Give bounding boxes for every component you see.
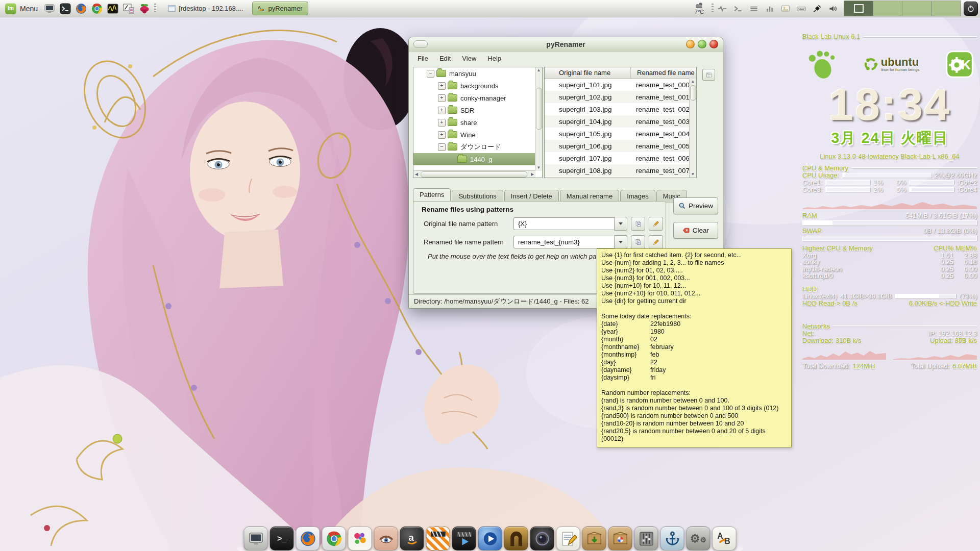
table-row[interactable]: supergirl_102.jpgrename_test_001 bbox=[545, 91, 690, 103]
package-updater-dock-icon[interactable] bbox=[608, 527, 632, 550]
table-row[interactable]: supergirl_104.jpgrename_test_003 bbox=[545, 115, 690, 128]
chrome-dock-icon[interactable] bbox=[322, 527, 346, 550]
computer-dock-icon[interactable] bbox=[244, 527, 268, 550]
volume-tray-icon[interactable] bbox=[827, 3, 839, 14]
renamed-name-cell: rename_test_000 bbox=[630, 81, 690, 89]
expander-icon[interactable]: + bbox=[438, 131, 446, 139]
renamed-pattern-copy-button[interactable] bbox=[631, 235, 645, 249]
minimize-button[interactable] bbox=[686, 40, 695, 48]
table-row[interactable]: supergirl_105.jpgrename_test_004 bbox=[545, 128, 690, 140]
heartbeat-tray-icon[interactable] bbox=[717, 3, 728, 14]
equalizer-bars-tray-icon[interactable] bbox=[764, 3, 775, 14]
tooltip-date-value: february bbox=[650, 343, 674, 351]
original-pattern-edit-button[interactable] bbox=[649, 217, 663, 231]
workspace-1[interactable] bbox=[844, 1, 873, 16]
package-installer-dock-icon[interactable] bbox=[582, 527, 606, 550]
menu-view[interactable]: View bbox=[456, 52, 482, 65]
table-row[interactable]: supergirl_107.jpgrename_test_006 bbox=[545, 152, 690, 164]
taskbar-button-1[interactable]: [rdesktop - 192.168.... bbox=[162, 2, 249, 15]
terminal-dock-icon[interactable]: >_ bbox=[270, 527, 294, 550]
connector-tray-icon[interactable] bbox=[812, 3, 823, 14]
original-pattern-dropdown[interactable] bbox=[614, 217, 627, 231]
tree-item-SDR[interactable]: +SDR bbox=[413, 104, 535, 116]
renamed-pattern-edit-button[interactable] bbox=[649, 235, 663, 249]
core3-value: 2% bbox=[873, 186, 883, 193]
table-row[interactable]: supergirl_101.jpgrename_test_000 bbox=[545, 79, 690, 91]
tree-item-backgrounds[interactable]: +backgrounds bbox=[413, 80, 535, 92]
keyboard-tray-icon[interactable] bbox=[796, 3, 807, 14]
table-row[interactable]: supergirl_108.jpgrename_test_007 bbox=[545, 164, 690, 177]
menu-help[interactable]: Help bbox=[482, 52, 507, 65]
titlebar[interactable]: pyRenamer bbox=[409, 37, 723, 52]
workspace-4[interactable] bbox=[932, 1, 960, 16]
weather-applet[interactable]: 7°C bbox=[694, 2, 704, 15]
camera-lens-dock-icon[interactable] bbox=[530, 527, 554, 550]
tooltip-date-row: {daysimp}fri bbox=[601, 374, 787, 382]
notes-dock-icon[interactable] bbox=[556, 527, 580, 550]
terminal-launcher[interactable] bbox=[59, 2, 72, 15]
tree-horizontal-scrollbar[interactable]: ◀ ▶ bbox=[413, 170, 535, 178]
computer-launcher[interactable] bbox=[43, 2, 56, 15]
taskbar-button-2[interactable]: AapyRenamer bbox=[252, 2, 308, 15]
table-row[interactable]: supergirl_103.jpgrename_test_002 bbox=[545, 103, 690, 115]
tree-item-1440_g[interactable]: 1440_g bbox=[413, 153, 535, 165]
menu-edit[interactable]: Edit bbox=[434, 52, 456, 65]
audio-mixer-dock-icon[interactable] bbox=[634, 527, 658, 550]
renamed-name-cell: rename_test_005 bbox=[630, 142, 690, 150]
chrome-launcher[interactable] bbox=[90, 2, 104, 15]
table-row[interactable]: supergirl_106.jpgrename_test_005 bbox=[545, 140, 690, 152]
renamed-pattern-input[interactable]: rename_test_{num3} bbox=[513, 236, 614, 248]
expander-icon[interactable]: + bbox=[438, 94, 446, 102]
terminal-prompt-tray-icon[interactable] bbox=[732, 3, 744, 14]
original-pattern-input[interactable]: {X} bbox=[513, 217, 614, 230]
clear-button[interactable]: Clear bbox=[673, 222, 718, 239]
power-button[interactable] bbox=[964, 2, 978, 16]
tree-item-ダウンロード[interactable]: −ダウンロード bbox=[413, 141, 535, 153]
tree-vertical-scrollbar[interactable]: ▲ ▼ bbox=[535, 67, 542, 171]
column-original[interactable]: Original file name bbox=[545, 67, 631, 79]
paint-splats-dock-icon[interactable] bbox=[348, 527, 372, 550]
list-options-button[interactable] bbox=[702, 69, 715, 81]
anchor-dock-icon[interactable] bbox=[660, 527, 684, 550]
tree-item-conky-manager[interactable]: +conky-manager bbox=[413, 92, 535, 104]
maximize-button[interactable] bbox=[698, 40, 706, 48]
firefox-dock-icon[interactable] bbox=[296, 527, 320, 550]
tree-item-mansyuu[interactable]: −mansyuu bbox=[413, 67, 535, 80]
column-renamed[interactable]: Renamed file name bbox=[631, 67, 696, 79]
tooltip-date-row: {dayname}friday bbox=[601, 366, 787, 374]
openshot-dock-icon[interactable] bbox=[426, 527, 450, 550]
scroll-left-icon[interactable]: ◀ bbox=[413, 171, 420, 178]
arch-monument-dock-icon[interactable] bbox=[504, 527, 528, 550]
menu-lines-tray-icon[interactable] bbox=[748, 3, 760, 14]
movie-player-dock-icon[interactable] bbox=[478, 527, 502, 550]
gears-dock-icon[interactable]: ⚙⚙ bbox=[687, 527, 710, 550]
renamed-pattern-dropdown[interactable] bbox=[614, 235, 627, 249]
expander-icon[interactable]: + bbox=[438, 107, 446, 114]
filter-design-launcher[interactable] bbox=[122, 2, 135, 15]
tree-item-share[interactable]: +share bbox=[413, 116, 535, 129]
expander-icon[interactable]: + bbox=[438, 82, 446, 90]
menu-file[interactable]: File bbox=[412, 52, 434, 65]
kdenlive-dock-icon[interactable] bbox=[452, 527, 476, 550]
workspace-2[interactable] bbox=[873, 1, 902, 16]
expander-icon[interactable]: − bbox=[427, 70, 434, 78]
oscilloscope-launcher[interactable] bbox=[106, 2, 119, 15]
workspace-3[interactable] bbox=[902, 1, 932, 16]
renamer-ab-dock-icon[interactable]: AB bbox=[713, 527, 737, 550]
expander-icon[interactable]: − bbox=[438, 143, 446, 151]
tree-item-Wine[interactable]: +Wine bbox=[413, 129, 535, 141]
scroll-up-icon[interactable]: ▲ bbox=[535, 67, 542, 73]
preview-button[interactable]: Preview bbox=[673, 197, 718, 214]
screenshot-tray-icon[interactable] bbox=[780, 3, 791, 14]
menu-button[interactable]: lm Menu bbox=[0, 0, 43, 17]
scroll-down-icon[interactable]: ▼ bbox=[535, 165, 542, 171]
scroll-right-icon[interactable]: ▶ bbox=[529, 171, 535, 178]
list-vertical-scrollbar[interactable]: ▲ ▼ bbox=[689, 79, 696, 178]
close-button[interactable] bbox=[709, 40, 718, 48]
original-pattern-copy-button[interactable] bbox=[631, 217, 645, 231]
firefox-launcher[interactable] bbox=[75, 2, 88, 15]
expander-icon[interactable]: + bbox=[438, 119, 446, 127]
raspberry-pi-launcher[interactable] bbox=[138, 2, 151, 15]
eye-makeup-dock-icon[interactable] bbox=[374, 527, 398, 550]
amazon-dock-icon[interactable]: a bbox=[400, 527, 424, 550]
